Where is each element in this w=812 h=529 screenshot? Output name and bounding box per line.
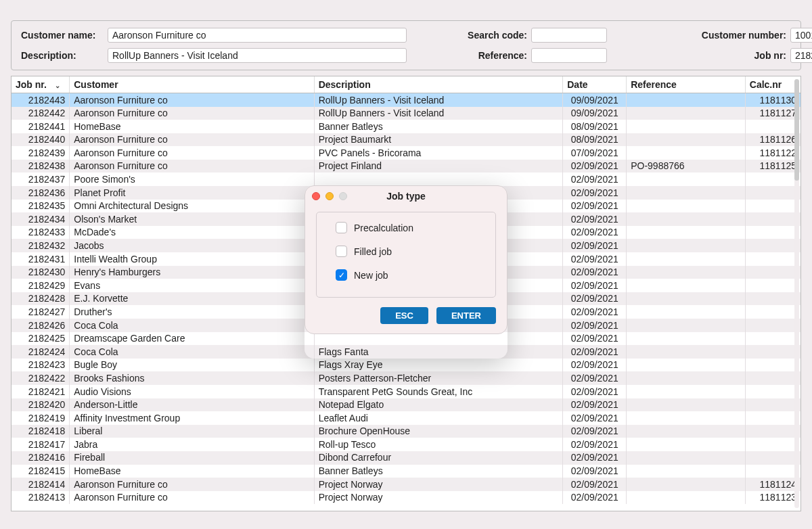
col-reference[interactable]: Reference xyxy=(627,76,746,93)
scrollbar-thumb[interactable] xyxy=(794,79,799,181)
cell-job-nr: 2182442 xyxy=(12,107,70,120)
cell-reference xyxy=(627,146,746,160)
reference-label: Reference: xyxy=(419,50,527,61)
job-nr-input[interactable] xyxy=(790,48,812,63)
table-row[interactable]: 2182438Aaronson Furniture coProject Finl… xyxy=(12,160,800,173)
cell-date: 02/09/2021 xyxy=(563,200,627,213)
cell-customer: Anderson-Little xyxy=(70,398,314,412)
table-row[interactable]: 2182419Affinity Investment GroupLeaflet … xyxy=(12,411,800,425)
cell-reference xyxy=(627,398,746,412)
cell-customer: HomeBase xyxy=(70,120,314,133)
table-row[interactable]: 2182418LiberalBrochure OpenHouse02/09/20… xyxy=(12,425,800,438)
vertical-scrollbar[interactable] xyxy=(794,79,799,508)
esc-button[interactable]: ESC xyxy=(380,307,428,324)
table-row[interactable]: 2182443Aaronson Furniture coRollUp Banne… xyxy=(12,93,800,107)
cell-customer: Jacobs xyxy=(70,239,314,252)
cell-customer: Henry's Hamburgers xyxy=(70,266,314,279)
table-row[interactable]: 2182421Audio VisionsTransparent PetG Sou… xyxy=(12,385,800,398)
table-row[interactable]: 2182423Bugle BoyFlags Xray Eye02/09/2021 xyxy=(12,359,800,372)
cell-job-nr: 2182429 xyxy=(12,279,70,292)
cell-customer: Liberal xyxy=(70,425,314,438)
cell-job-nr: 2182418 xyxy=(12,425,70,438)
col-calc-nr[interactable]: Calc.nr xyxy=(745,76,800,93)
cell-reference xyxy=(627,371,746,385)
search-code-input[interactable] xyxy=(531,28,607,43)
cell-calc-nr xyxy=(745,292,800,306)
customer-name-input[interactable] xyxy=(108,28,407,43)
table-row[interactable]: 2182416FireballDibond Carrefour02/09/202… xyxy=(12,451,800,465)
col-customer[interactable]: Customer xyxy=(70,76,314,93)
cell-description: Banner Batleys xyxy=(314,465,563,478)
cell-customer: Coca Cola xyxy=(70,345,314,359)
cell-calc-nr: 1181126 xyxy=(745,133,800,147)
cell-date: 02/09/2021 xyxy=(563,160,627,173)
description-input[interactable] xyxy=(108,48,407,63)
cell-reference xyxy=(627,239,746,252)
table-row[interactable]: 2182417JabraRoll-up Tesco02/09/2021 xyxy=(12,438,800,451)
reference-input[interactable] xyxy=(531,48,607,63)
job-type-option[interactable]: ✓New job xyxy=(336,269,482,281)
checkbox-icon[interactable] xyxy=(336,222,347,233)
table-row[interactable]: 2182420Anderson-LittleNotepad Elgato02/0… xyxy=(12,398,800,412)
checkbox-icon[interactable] xyxy=(336,246,347,257)
job-type-option[interactable]: Precalculation xyxy=(336,222,482,233)
cell-date: 02/09/2021 xyxy=(563,411,627,425)
cell-calc-nr: 1181125 xyxy=(745,160,800,173)
cell-reference xyxy=(627,319,746,332)
cell-description: Brochure OpenHouse xyxy=(314,425,563,438)
customer-number-input[interactable] xyxy=(790,28,812,43)
checkbox-icon[interactable]: ✓ xyxy=(336,269,347,281)
cell-customer: Evans xyxy=(70,279,314,292)
cell-calc-nr xyxy=(745,385,800,398)
cell-calc-nr xyxy=(745,120,800,133)
enter-button[interactable]: ENTER xyxy=(436,307,496,324)
table-row[interactable]: 2182422Brooks FashionsPosters Patterson-… xyxy=(12,371,800,385)
cell-reference xyxy=(627,133,746,147)
cell-calc-nr xyxy=(745,239,800,252)
cell-calc-nr: 1181130 xyxy=(745,93,800,107)
cell-calc-nr xyxy=(745,266,800,279)
table-row[interactable]: 2182439Aaronson Furniture coPVC Panels -… xyxy=(12,146,800,160)
cell-customer: Affinity Investment Group xyxy=(70,411,314,425)
cell-date: 02/09/2021 xyxy=(563,239,627,252)
window-close-icon[interactable] xyxy=(312,192,320,200)
col-date[interactable]: Date xyxy=(563,76,627,93)
table-row[interactable]: 2182442Aaronson Furniture coRollUp Banne… xyxy=(12,107,800,120)
cell-reference xyxy=(627,385,746,398)
cell-job-nr: 2182434 xyxy=(12,212,70,226)
col-description[interactable]: Description xyxy=(314,76,563,93)
customer-name-label: Customer name: xyxy=(21,30,104,41)
job-nr-label: Job nr: xyxy=(619,50,786,61)
cell-date: 02/09/2021 xyxy=(563,172,627,186)
cell-calc-nr xyxy=(745,398,800,412)
cell-customer: E.J. Korvette xyxy=(70,292,314,306)
table-row[interactable]: 2182413Aaronson Furniture coProject Norw… xyxy=(12,491,800,505)
dialog-titlebar[interactable]: Job type xyxy=(305,186,507,206)
cell-calc-nr xyxy=(745,371,800,385)
cell-description xyxy=(314,172,563,186)
col-job-nr[interactable]: Job nr. ⌄ xyxy=(12,76,70,93)
cell-customer: Fireball xyxy=(70,451,314,465)
table-row[interactable]: 2182415HomeBaseBanner Batleys02/09/2021 xyxy=(12,465,800,478)
window-minimize-icon[interactable] xyxy=(325,192,334,200)
table-row[interactable]: 2182441HomeBaseBanner Batleys08/09/2021 xyxy=(12,120,800,133)
job-type-option[interactable]: Filled job xyxy=(336,246,482,257)
cell-customer: Aaronson Furniture co xyxy=(70,107,314,120)
cell-description: Transparent PetG Sounds Great, Inc xyxy=(314,385,563,398)
cell-date: 02/09/2021 xyxy=(563,478,627,491)
cell-calc-nr: 1181124 xyxy=(745,478,800,491)
cell-reference xyxy=(627,332,746,346)
cell-calc-nr: 1181122 xyxy=(745,146,800,160)
cell-date: 02/09/2021 xyxy=(563,212,627,226)
table-row[interactable]: 2182437Poore Simon's02/09/2021 xyxy=(12,172,800,186)
cell-customer: Aaronson Furniture co xyxy=(70,133,314,147)
cell-description: Roll-up Tesco xyxy=(314,438,563,451)
cell-reference xyxy=(627,491,746,505)
table-row[interactable]: 2182414Aaronson Furniture coProject Norw… xyxy=(12,478,800,491)
cell-reference xyxy=(627,200,746,213)
table-row[interactable]: 2182440Aaronson Furniture coProject Baum… xyxy=(12,133,800,147)
table-row[interactable]: 2182424Coca ColaFlags Fanta02/09/2021 xyxy=(12,345,800,359)
cell-date: 02/09/2021 xyxy=(563,332,627,346)
cell-customer: HomeBase xyxy=(70,465,314,478)
cell-reference xyxy=(627,359,746,372)
